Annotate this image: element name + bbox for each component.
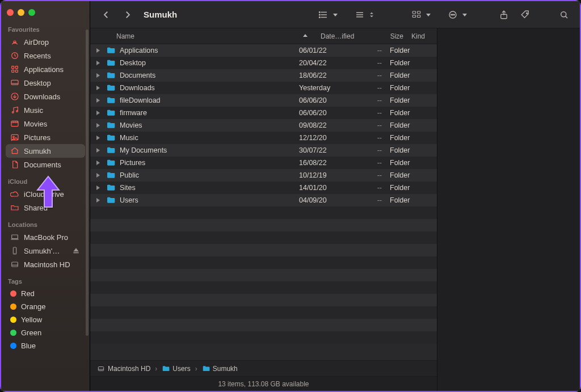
sidebar-item-airdrop[interactable]: AirDrop: [6, 35, 85, 49]
file-row[interactable]: Desktop 20/04/22 -- Folder: [90, 57, 437, 69]
sidebar-section-header: Favourites: [6, 24, 85, 35]
chevron-right-icon[interactable]: [95, 147, 102, 154]
sidebar-item-icloud-drive[interactable]: iCloud Drive: [6, 187, 85, 201]
eject-icon[interactable]: [71, 246, 81, 255]
sidebar-item-green[interactable]: Green: [6, 326, 85, 339]
chevron-right-icon[interactable]: [95, 47, 102, 54]
sidebar-item-yellow[interactable]: Yellow: [6, 313, 85, 326]
forward-button[interactable]: [120, 8, 136, 22]
back-button[interactable]: [98, 8, 114, 22]
search-button[interactable]: [556, 8, 572, 22]
file-row[interactable]: Music 12/12/20 -- Folder: [90, 132, 437, 144]
chevron-right-icon[interactable]: [95, 172, 102, 179]
tags-button[interactable]: [517, 8, 533, 22]
file-kind: Folder: [390, 71, 437, 79]
sidebar-item-red[interactable]: Red: [6, 287, 85, 300]
path-label: Sumukh: [213, 365, 238, 373]
folder-icon: [106, 58, 115, 68]
minimize-button[interactable]: [18, 9, 24, 16]
sidebar-item-movies[interactable]: Movies: [6, 117, 85, 130]
chevron-right-icon[interactable]: [95, 72, 102, 79]
sidebar-item-desktop[interactable]: Desktop: [6, 76, 85, 90]
file-row[interactable]: Documents 18/06/22 -- Folder: [90, 69, 437, 82]
file-kind: Folder: [390, 84, 437, 92]
file-size: --: [344, 184, 390, 192]
sidebar-item-music[interactable]: Music: [6, 103, 85, 117]
zoom-button[interactable]: [28, 9, 35, 16]
share-button[interactable]: [496, 8, 512, 22]
chevron-right-icon[interactable]: [95, 109, 102, 116]
home-icon: [10, 146, 19, 155]
chevron-right-icon[interactable]: [95, 85, 102, 91]
column-header-name: Name: [116, 32, 321, 40]
file-row[interactable]: Applications 06/01/22 -- Folder: [90, 44, 437, 57]
path-segment[interactable]: Macintosh HD: [97, 365, 150, 373]
display-options-button[interactable]: [409, 8, 431, 22]
file-row[interactable]: Pictures 16/08/22 -- Folder: [90, 157, 437, 169]
svg-marker-64: [96, 186, 100, 190]
path-segment[interactable]: Sumukh: [202, 365, 238, 373]
file-size: --: [344, 84, 390, 92]
sidebar-item-pictures[interactable]: Pictures: [6, 130, 85, 144]
sidebar-item-macintosh-hd[interactable]: Macintosh HD: [6, 258, 85, 271]
chevron-right-icon[interactable]: [95, 134, 102, 141]
svg-marker-56: [96, 86, 100, 90]
sidebar-item-recents[interactable]: Recents: [6, 49, 85, 62]
sidebar-item-downloads[interactable]: Downloads: [6, 90, 85, 103]
chevron-right-icon[interactable]: [95, 122, 102, 129]
pictures-icon: [10, 133, 19, 142]
sidebar-scrollbar[interactable]: [86, 29, 89, 336]
svg-rect-40: [412, 15, 415, 17]
path-bar[interactable]: Macintosh HD›Users›Sumukh: [90, 360, 437, 376]
file-kind: Folder: [390, 96, 437, 104]
sidebar-item-applications[interactable]: Applications: [6, 62, 85, 76]
file-kind: Folder: [390, 196, 437, 204]
cloud-icon: [10, 189, 19, 199]
file-row[interactable]: Movies 09/08/22 -- Folder: [90, 119, 437, 132]
svg-marker-37: [370, 15, 373, 17]
sidebar-item-label: Downloads: [24, 92, 60, 101]
group-by-button[interactable]: [315, 8, 338, 22]
file-row[interactable]: fileDownload 06/06/20 -- Folder: [90, 94, 437, 107]
svg-marker-57: [96, 98, 100, 103]
sidebar-section-header: Locations: [6, 219, 85, 230]
sidebar-item-sumukh[interactable]: Sumukh: [6, 144, 85, 158]
file-row[interactable]: Public 10/12/19 -- Folder: [90, 169, 437, 182]
sidebar-item-shared[interactable]: Shared: [6, 201, 85, 214]
chevron-right-icon: ›: [195, 365, 197, 373]
svg-rect-3: [15, 66, 18, 69]
file-row[interactable]: firmware 06/06/20 -- Folder: [90, 107, 437, 119]
file-row[interactable]: Downloads Yesterday -- Folder: [90, 82, 437, 94]
column-header-size[interactable]: Size: [366, 32, 411, 40]
file-row[interactable]: My Documents 30/07/22 -- Folder: [90, 144, 437, 157]
phone-icon: [10, 246, 19, 255]
sidebar-item-sumukh-[interactable]: Sumukh'…: [6, 244, 85, 258]
chevron-right-icon[interactable]: [95, 184, 102, 191]
column-header-date[interactable]: Date…ified: [321, 32, 366, 40]
file-size: --: [344, 146, 390, 154]
file-name: Movies: [120, 121, 142, 129]
toolbar: Sumukh: [90, 1, 580, 28]
file-date: Yesterday: [299, 84, 344, 92]
svg-rect-41: [418, 15, 420, 17]
sidebar-item-blue[interactable]: Blue: [6, 339, 85, 352]
chevron-right-icon[interactable]: [95, 60, 102, 66]
chevron-right-icon[interactable]: [95, 197, 102, 204]
disk-icon: [10, 260, 19, 269]
sidebar-item-orange[interactable]: Orange: [6, 300, 85, 313]
view-options-button[interactable]: [352, 8, 374, 22]
action-menu-button[interactable]: [445, 8, 468, 22]
file-row[interactable]: Users 04/09/20 -- Folder: [90, 194, 437, 206]
file-list[interactable]: Applications 06/01/22 -- Folder Desktop …: [90, 44, 437, 360]
chevron-right-icon[interactable]: [95, 159, 102, 166]
path-segment[interactable]: Users: [162, 365, 190, 373]
column-headers[interactable]: Name Date…ified Size Kind: [90, 28, 437, 44]
file-row[interactable]: Sites 14/01/20 -- Folder: [90, 182, 437, 194]
folder-icon: [106, 158, 115, 167]
close-button[interactable]: [7, 9, 14, 16]
file-name: Users: [120, 196, 138, 204]
svg-point-45: [452, 14, 453, 15]
sidebar-item-macbook-pro[interactable]: MacBook Pro: [6, 230, 85, 244]
chevron-right-icon[interactable]: [95, 97, 102, 104]
sidebar-item-documents[interactable]: Documents: [6, 158, 85, 171]
